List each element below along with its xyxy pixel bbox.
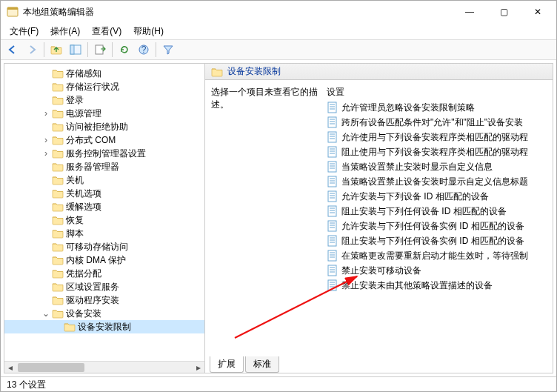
list-item-label: 允许管理员忽略设备安装限制策略 <box>341 102 475 114</box>
list-item[interactable]: 禁止安装可移动设备 <box>324 263 553 278</box>
list-item-label: 当策略设置禁止安装时显示自定义信息 <box>341 161 493 173</box>
tree-item[interactable]: 缓解选项 <box>4 200 204 213</box>
menu-file[interactable]: 文件(F) <box>4 24 44 39</box>
list-item[interactable]: 允许管理员忽略设备安装限制策略 <box>324 100 553 115</box>
tree-item-label: 关机 <box>66 174 84 187</box>
folder-icon <box>52 255 64 265</box>
list-item-label: 禁止安装可移动设备 <box>341 265 421 277</box>
separator <box>112 42 113 57</box>
chevron-right-icon[interactable]: › <box>40 108 52 119</box>
folder-icon <box>52 282 64 292</box>
policy-icon <box>327 131 338 143</box>
list-item-label: 阻止安装与下列任何设备实例 ID 相匹配的设备 <box>341 235 524 248</box>
tree-item-label: 设备安装限制 <box>78 321 131 333</box>
tree-item-label: 区域设置服务 <box>66 281 119 293</box>
scroll-left-icon[interactable]: ◂ <box>4 362 16 373</box>
status-text: 13 个设置 <box>7 379 46 391</box>
forward-button[interactable] <box>23 41 41 59</box>
list-item[interactable]: 禁止安装未由其他策略设置描述的设备 <box>324 278 553 293</box>
tab-extended[interactable]: 扩展 <box>210 356 244 373</box>
list-item-label: 在策略更改需要重新启动才能生效时，等待强制 <box>341 250 528 262</box>
tree-item[interactable]: 可移动存储访问 <box>4 240 204 253</box>
tree-item-label: 电源管理 <box>66 107 101 120</box>
tree-item[interactable]: 脚本 <box>4 227 204 240</box>
list-item[interactable]: 当策略设置禁止设备安装时显示自定义信息标题 <box>324 174 553 189</box>
tree-item[interactable]: 内核 DMA 保护 <box>4 253 204 267</box>
content: 存储感知存储运行状况登录›电源管理访问被拒绝协助›分布式 COM›服务控制管理器… <box>1 60 556 376</box>
tree-item[interactable]: 存储感知 <box>4 67 204 80</box>
export-button[interactable] <box>91 41 109 59</box>
list-item[interactable]: 允许使用与下列设备安装程序类相匹配的驱动程 <box>324 130 553 144</box>
list-item-label: 允许安装与下列设备 ID 相匹配的设备 <box>341 190 489 203</box>
maximize-button[interactable]: ▢ <box>487 1 521 23</box>
chevron-right-icon[interactable]: › <box>40 148 52 159</box>
help-button[interactable]: ? <box>135 41 153 59</box>
policy-icon <box>327 161 338 173</box>
folder-icon <box>52 108 64 119</box>
list-item[interactable]: 当策略设置禁止安装时显示自定义信息 <box>324 159 553 174</box>
settings-list[interactable]: 设置 允许管理员忽略设备安装限制策略跨所有设备匹配条件对"允许"和"阻止"设备安… <box>324 80 553 355</box>
tree-item-label: 脚本 <box>66 227 84 240</box>
list-item[interactable]: 允许安装与下列设备 ID 相匹配的设备 <box>324 189 553 204</box>
tree-item[interactable]: 凭据分配 <box>4 267 204 280</box>
scroll-right-icon[interactable]: ▸ <box>193 362 204 373</box>
list-item[interactable]: 阻止安装与下列任何设备 ID 相匹配的设备 <box>324 204 553 219</box>
details-title: 设备安装限制 <box>227 65 281 78</box>
svg-rect-7 <box>70 45 74 54</box>
folder-icon <box>52 82 64 92</box>
tree-item[interactable]: ›分布式 COM <box>4 133 204 147</box>
tree-item-label: 凭据分配 <box>66 268 101 280</box>
refresh-button[interactable] <box>116 41 133 59</box>
tree-item[interactable]: 驱动程序安装 <box>4 293 204 307</box>
list-item[interactable]: 阻止使用与下列设备安装程序类相匹配的驱动程 <box>324 144 553 159</box>
policy-icon <box>327 265 338 276</box>
list-item[interactable]: 允许安装与下列任何设备实例 ID 相匹配的设备 <box>324 219 553 233</box>
close-button[interactable]: ✕ <box>521 1 555 23</box>
policy-icon <box>327 235 338 247</box>
back-button[interactable] <box>4 41 21 59</box>
policy-icon <box>327 190 338 202</box>
list-item-label: 禁止安装未由其他策略设置描述的设备 <box>341 279 493 292</box>
tree-item[interactable]: 设备安装限制 <box>4 320 204 333</box>
menu-action[interactable]: 操作(A) <box>44 24 86 39</box>
tree-item[interactable]: 登录 <box>4 93 204 107</box>
column-header-setting[interactable]: 设置 <box>324 84 553 100</box>
tree-pane[interactable]: 存储感知存储运行状况登录›电源管理访问被拒绝协助›分布式 COM›服务控制管理器… <box>4 63 205 373</box>
horizontal-scrollbar[interactable]: ◂ ▸ <box>4 361 204 373</box>
menubar: 文件(F) 操作(A) 查看(V) 帮助(H) <box>1 23 556 39</box>
window-title: 本地组策略编辑器 <box>23 6 453 19</box>
tree-item-label: 驱动程序安装 <box>66 294 119 307</box>
tree-item[interactable]: ⌄设备安装 <box>4 307 204 320</box>
app-icon <box>7 6 19 18</box>
tree-item[interactable]: 服务器管理器 <box>4 160 204 173</box>
tree-item[interactable]: 恢复 <box>4 213 204 227</box>
up-button[interactable] <box>47 41 65 59</box>
chevron-down-icon[interactable]: ⌄ <box>40 308 52 319</box>
filter-button[interactable] <box>159 41 177 59</box>
tree-item[interactable]: 访问被拒绝协助 <box>4 120 204 133</box>
tree-item[interactable]: 关机选项 <box>4 187 204 200</box>
tree-item[interactable]: 关机 <box>4 173 204 187</box>
scroll-thumb[interactable] <box>18 363 84 372</box>
tree-item-label: 分布式 COM <box>66 134 116 147</box>
menu-view[interactable]: 查看(V) <box>86 24 127 39</box>
tree-item-label: 登录 <box>66 94 84 107</box>
tree-item[interactable]: 区域设置服务 <box>4 280 204 293</box>
show-hide-tree-button[interactable] <box>67 41 84 59</box>
chevron-right-icon[interactable]: › <box>40 135 52 145</box>
list-item[interactable]: 跨所有设备匹配条件对"允许"和"阻止"设备安装 <box>324 115 553 130</box>
tree-item-label: 内核 DMA 保护 <box>66 254 126 267</box>
menu-help[interactable]: 帮助(H) <box>127 24 170 39</box>
tree-item[interactable]: ›电源管理 <box>4 107 204 120</box>
tree-item-label: 存储感知 <box>66 67 101 80</box>
list-item[interactable]: 在策略更改需要重新启动才能生效时，等待强制 <box>324 248 553 263</box>
minimize-button[interactable]: — <box>453 1 487 23</box>
list-item-label: 允许安装与下列任何设备实例 ID 相匹配的设备 <box>341 220 524 233</box>
tab-standard[interactable]: 标准 <box>245 356 279 373</box>
tree-item[interactable]: 存储运行状况 <box>4 80 204 93</box>
policy-icon <box>327 279 338 291</box>
tree-item-label: 存储运行状况 <box>66 81 119 93</box>
list-item[interactable]: 阻止安装与下列任何设备实例 ID 相匹配的设备 <box>324 233 553 248</box>
tree-item[interactable]: ›服务控制管理器设置 <box>4 147 204 160</box>
description-text: 选择一个项目来查看它的描述。 <box>211 86 318 111</box>
